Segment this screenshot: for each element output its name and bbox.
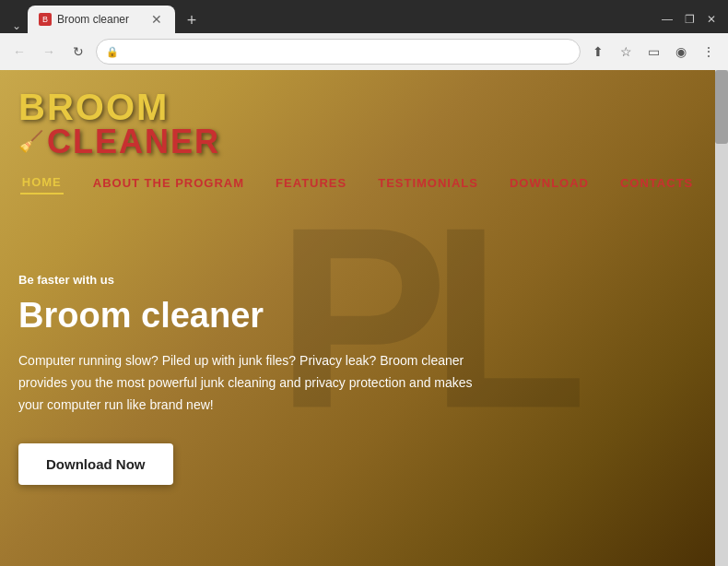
browser-frame: ⌄ B Broom cleaner ✕ + — ❐ ✕ ← → ↻ 🔒 ⬆ ☆ … xyxy=(0,0,728,70)
new-tab-button[interactable]: + xyxy=(179,7,205,33)
back-button[interactable]: ← xyxy=(7,40,31,64)
nav-download[interactable]: DOWNLOAD xyxy=(508,172,591,194)
reload-button[interactable]: ↻ xyxy=(66,40,90,64)
nav-testimonials[interactable]: TESTIMONIALS xyxy=(376,172,480,194)
nav-home[interactable]: HOME xyxy=(20,171,64,195)
tab-close-button[interactable]: ✕ xyxy=(149,12,164,27)
address-bar[interactable]: 🔒 xyxy=(96,39,581,65)
browser-toolbar: ← → ↻ 🔒 ⬆ ☆ ▭ ◉ ⋮ xyxy=(0,33,728,70)
download-now-button[interactable]: Download Now xyxy=(18,443,173,485)
main-nav: HOME ABOUT THE PROGRAM FEATURES TESTIMON… xyxy=(0,171,715,195)
forward-button[interactable]: → xyxy=(37,40,61,64)
hero-description: Computer running slow? Piled up with jun… xyxy=(18,350,479,416)
site-logo: BROOM 🧹 CLEANER xyxy=(18,88,220,159)
logo-row2: 🧹 CLEANER xyxy=(18,125,220,159)
hero-title: Broom cleaner xyxy=(18,296,700,336)
title-bar: ⌄ B Broom cleaner ✕ + — ❐ ✕ xyxy=(0,0,728,33)
profile-button[interactable]: ◉ xyxy=(669,40,693,64)
toolbar-actions: ⬆ ☆ ▭ ◉ ⋮ xyxy=(586,40,721,64)
close-window-button[interactable]: ✕ xyxy=(704,12,719,27)
maximize-button[interactable]: ❐ xyxy=(682,12,697,27)
bookmark-button[interactable]: ☆ xyxy=(614,40,638,64)
window-controls: — ❐ ✕ xyxy=(660,12,719,27)
logo-cleaner-text: CLEANER xyxy=(47,125,220,159)
logo-broom-text: BROOM xyxy=(18,88,220,125)
lock-icon: 🔒 xyxy=(106,46,119,58)
hero-section: Be faster with us Broom cleaner Computer… xyxy=(18,273,700,485)
menu-button[interactable]: ⋮ xyxy=(697,40,721,64)
webpage-content: PL BROOM 🧹 CLEANER HOME ABOUT THE PROGRA… xyxy=(0,70,728,566)
tab-favicon: B xyxy=(39,13,52,26)
nav-contacts[interactable]: CONTACTS xyxy=(618,172,695,194)
scrollbar[interactable] xyxy=(715,70,728,566)
hero-tagline: Be faster with us xyxy=(18,273,700,287)
tab-list-chevron[interactable]: ⌄ xyxy=(9,18,24,33)
sidebar-button[interactable]: ▭ xyxy=(641,40,665,64)
scrollbar-thumb[interactable] xyxy=(715,70,728,144)
active-tab[interactable]: B Broom cleaner ✕ xyxy=(28,6,175,33)
tabs-area: ⌄ B Broom cleaner ✕ + xyxy=(9,6,205,33)
tab-title: Broom cleaner xyxy=(57,13,144,26)
broom-icon: 🧹 xyxy=(18,132,43,152)
nav-about[interactable]: ABOUT THE PROGRAM xyxy=(91,172,246,194)
share-button[interactable]: ⬆ xyxy=(586,40,610,64)
minimize-button[interactable]: — xyxy=(660,12,675,27)
nav-features[interactable]: FEATURES xyxy=(274,172,348,194)
